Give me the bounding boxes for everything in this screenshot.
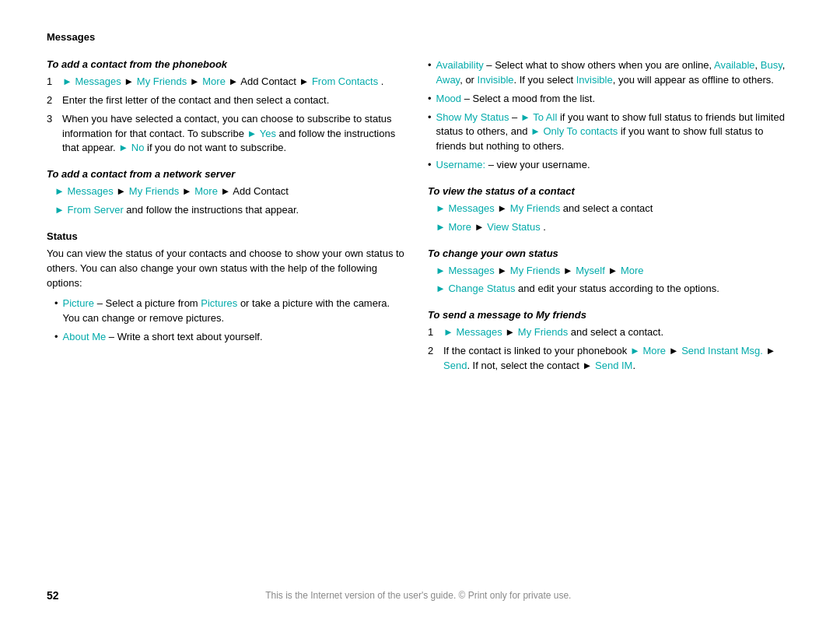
page-header: Messages [47, 31, 793, 44]
section-add-from-phonebook: To add a contact from the phonebook 1 ► … [47, 58, 404, 156]
step-3: 3 When you have selected a contact, you … [47, 112, 404, 156]
section-status: Status You can view the status of your c… [47, 230, 404, 345]
messages-link-1: ► Messages [62, 75, 121, 87]
about-me-option: About Me – Write a short text about your… [54, 330, 404, 345]
page-number: 52 [47, 589, 59, 602]
right-column: Availability – Select what to show other… [428, 58, 786, 580]
section-add-phonebook-title: To add a contact from the phonebook [47, 58, 404, 70]
section-send-message: To send a message to My friends 1 ► Mess… [428, 309, 786, 374]
change-status-step-2: ► Change Status and edit your status acc… [436, 282, 786, 297]
header-title: Messages [47, 31, 95, 43]
no-link: ► No [118, 142, 144, 153]
page-footer: 52 This is the Internet version of the u… [47, 580, 793, 602]
availability-bullet: Availability – Select what to show other… [428, 58, 786, 88]
left-column: To add a contact from the phonebook 1 ► … [47, 58, 404, 580]
send-message-steps: 1 ► Messages ► My Friends and select a c… [428, 325, 786, 374]
phonebook-steps: 1 ► Messages ► My Friends ► More ► Add C… [47, 75, 404, 156]
view-status-step-2: ► More ► View Status . [436, 220, 786, 235]
change-status-step-1: ► Messages ► My Friends ► Myself ► More [436, 264, 786, 279]
section-view-status: To view the status of a contact ► Messag… [428, 185, 786, 235]
view-status-step-1: ► Messages ► My Friends and select a con… [436, 202, 786, 216]
section-add-from-server: To add a contact from a network server ►… [47, 168, 404, 218]
username-bullet: Username: – view your username. [428, 158, 786, 173]
yes-link: ► Yes [247, 128, 276, 139]
status-options: Picture – Select a picture from Pictures… [54, 297, 404, 345]
step-2: 2 Enter the first letter of the contact … [47, 93, 404, 108]
mood-bullet: Mood – Select a mood from the list. [428, 92, 786, 107]
page: Messages To add a contact from the phone… [0, 0, 840, 625]
picture-option: Picture – Select a picture from Pictures… [54, 297, 404, 326]
show-my-status-bullet: Show My Status – ► To All if you want to… [428, 111, 786, 155]
from-contacts-link: From Contacts [312, 75, 378, 87]
main-content: To add a contact from the phonebook 1 ► … [47, 58, 793, 580]
section-add-server-title: To add a contact from a network server [47, 168, 404, 180]
server-step-1: ► Messages ► My Friends ► More ► Add Con… [54, 184, 404, 199]
send-message-title: To send a message to My friends [428, 309, 786, 321]
section-change-status: To change your own status ► Messages ► M… [428, 248, 786, 297]
send-step-1: 1 ► Messages ► My Friends and select a c… [428, 325, 786, 340]
my-friends-link-1: My Friends [137, 75, 187, 87]
view-status-title: To view the status of a contact [428, 185, 786, 197]
status-title: Status [47, 230, 404, 242]
send-step-2: 2 If the contact is linked to your phone… [428, 344, 786, 374]
step-1: 1 ► Messages ► My Friends ► More ► Add C… [47, 75, 404, 90]
server-step-2: ► From Server and follow the instruction… [54, 203, 404, 218]
footer-disclaimer: This is the Internet version of the user… [59, 590, 778, 601]
right-bullets: Availability – Select what to show other… [428, 58, 786, 173]
more-link-1: More [202, 75, 226, 87]
change-status-title: To change your own status [428, 248, 786, 259]
status-intro: You can view the status of your contacts… [47, 247, 404, 291]
